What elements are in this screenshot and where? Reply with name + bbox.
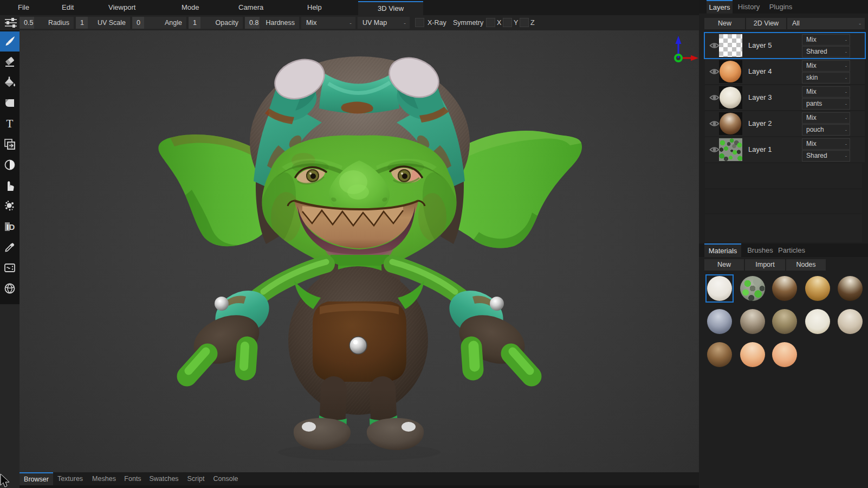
svg-text:T: T xyxy=(7,117,14,130)
svg-text:D: D xyxy=(9,222,15,232)
svg-text:I: I xyxy=(7,222,9,232)
